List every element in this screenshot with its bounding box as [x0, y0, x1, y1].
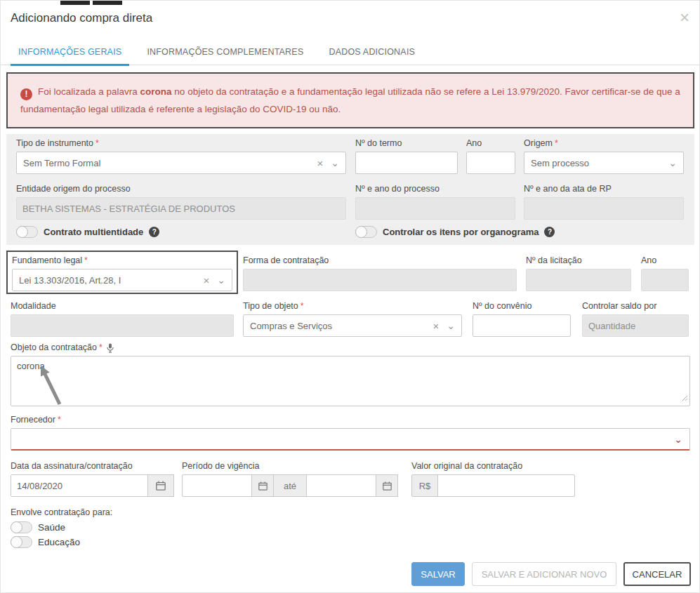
page-title: Adicionando compra direta: [11, 11, 152, 25]
vigencia-fim-input[interactable]: [306, 474, 376, 497]
toggle-knob: [16, 226, 28, 238]
selected-value: Sem processo: [531, 158, 668, 168]
selected-value: Sem Termo Formal: [23, 158, 317, 168]
toggle-knob: [11, 536, 22, 548]
field-label: Modalidade: [11, 301, 56, 312]
controlar-saldo-por-input: [582, 314, 689, 337]
chevron-down-icon[interactable]: ⌄: [331, 158, 339, 168]
saude-toggle[interactable]: [11, 521, 32, 533]
browser-tab-remnant: [60, 1, 90, 5]
field-tipo-instrumento: Tipo de instrumento* Sem Termo Formal × …: [16, 138, 346, 174]
field-label: Fornecedor: [11, 415, 55, 425]
n-licitacao-input: [526, 269, 631, 291]
toggle-label: Educação: [38, 537, 80, 547]
objeto-contratacao-textarea[interactable]: corona: [11, 356, 690, 406]
toggle-knob: [355, 226, 367, 238]
chevron-down-icon[interactable]: ⌄: [447, 321, 455, 331]
toggle-label: Controlar os itens por organograma: [383, 227, 539, 237]
field-origem: Origem* Sem processo ⌄: [524, 138, 684, 174]
field-label: Período de vigência: [182, 461, 260, 472]
calendar-icon: [258, 481, 268, 491]
field-fornecedor: Fornecedor*: [11, 415, 690, 428]
field-label: Origem: [524, 138, 553, 149]
salvar-e-adicionar-novo-button[interactable]: SALVAR E ADICIONAR NOVO: [472, 562, 616, 586]
help-icon[interactable]: ?: [149, 227, 159, 237]
close-icon[interactable]: ×: [680, 9, 689, 26]
vigencia-inicio-input[interactable]: [182, 474, 252, 497]
field-n-licitacao: Nº da licitação: [526, 255, 631, 291]
tab-bar: INFORMAÇÕES GERAIS INFORMAÇÕES COMPLEMEN…: [1, 41, 699, 65]
valor-original-input[interactable]: [437, 474, 575, 497]
educacao-toggle[interactable]: [11, 536, 32, 548]
selected-value: Compras e Serviços: [250, 321, 433, 331]
tipo-objeto-select[interactable]: Compras e Serviços × ⌄: [243, 314, 462, 337]
calendar-icon: [383, 481, 392, 491]
controlar-itens-organograma-row: Controlar os itens por organograma ?: [355, 225, 555, 238]
entidade-origem-input: [16, 197, 346, 220]
field-label: Envolve contratação para:: [11, 507, 112, 518]
controlar-itens-organograma-toggle[interactable]: [355, 226, 377, 238]
clear-icon[interactable]: ×: [433, 321, 440, 331]
data-assinatura-input[interactable]: [11, 474, 148, 497]
ano-termo-input[interactable]: [466, 152, 515, 174]
field-entidade-origem: Entidade origem do processo: [16, 184, 346, 220]
alert-highlight-word: corona: [140, 86, 172, 97]
field-label: Forma de contratação: [243, 255, 329, 266]
saude-row: Saúde: [11, 521, 65, 533]
chevron-down-icon[interactable]: ⌄: [217, 275, 225, 285]
field-ano-licitacao: Ano: [641, 255, 689, 291]
calendar-button[interactable]: [147, 474, 174, 497]
required-marker: *: [99, 342, 103, 353]
clear-icon[interactable]: ×: [317, 158, 324, 168]
field-ano-termo: Ano: [466, 138, 515, 174]
clear-icon[interactable]: ×: [204, 275, 210, 286]
field-controlar-saldo-por: Controlar saldo por: [582, 301, 689, 337]
required-marker: *: [555, 138, 558, 149]
field-label: Objeto da contratação: [11, 342, 97, 353]
field-data-assinatura: Data da assinatura/contratação: [11, 461, 175, 497]
objeto-contratacao-textarea-wrap: corona: [11, 356, 690, 406]
field-n-convenio: Nº do convênio: [473, 301, 571, 337]
modal-adicionando-compra-direta: Adicionando compra direta × INFORMAÇÕES …: [0, 0, 700, 593]
toggle-label: Contrato multientidade: [44, 227, 143, 237]
field-label: Ano: [466, 138, 482, 149]
chevron-down-icon[interactable]: ⌄: [668, 158, 677, 168]
field-periodo-vigencia: Período de vigência até: [182, 461, 404, 497]
tab-informacoes-gerais[interactable]: INFORMAÇÕES GERAIS: [11, 41, 129, 66]
fornecedor-select[interactable]: ⌄: [11, 428, 690, 451]
microphone-icon[interactable]: [107, 343, 114, 353]
n-termo-input[interactable]: [355, 152, 458, 174]
selected-value: Lei 13.303/2016, Art.28, I: [19, 275, 204, 286]
required-marker: *: [95, 138, 99, 149]
field-tipo-objeto: Tipo de objeto* Compras e Serviços × ⌄: [243, 301, 462, 337]
chevron-down-icon[interactable]: ⌄: [674, 434, 682, 444]
tab-dados-adicionais[interactable]: DADOS ADICIONAIS: [321, 41, 423, 65]
calendar-button[interactable]: [251, 474, 274, 497]
field-label: Nº do convênio: [473, 301, 531, 312]
contrato-multientidade-toggle[interactable]: [16, 226, 38, 238]
ano-licitacao-input: [641, 269, 689, 291]
cancelar-button[interactable]: CANCELAR: [623, 562, 691, 586]
field-label: Valor original da contratação: [411, 461, 522, 472]
calendar-button[interactable]: [376, 474, 398, 497]
tab-informacoes-complementares[interactable]: INFORMAÇÕES COMPLEMENTARES: [139, 41, 311, 65]
tipo-instrumento-select[interactable]: Sem Termo Formal × ⌄: [16, 152, 346, 174]
field-label: Nº e ano da ata de RP: [524, 184, 612, 194]
calendar-icon: [156, 481, 166, 491]
n-ano-ata-rp-input: [524, 197, 684, 220]
salvar-button[interactable]: SALVAR: [411, 562, 465, 586]
fundamento-legal-select[interactable]: Lei 13.303/2016, Art.28, I × ⌄: [12, 269, 232, 291]
field-label: Controlar saldo por: [582, 301, 656, 312]
n-ano-processo-input: [355, 197, 515, 220]
origem-select[interactable]: Sem processo ⌄: [524, 152, 684, 174]
required-marker: *: [301, 301, 304, 312]
field-objeto-contratacao: Objeto da contratação *: [11, 342, 690, 356]
field-n-ano-processo: Nº e ano do processo: [355, 184, 515, 220]
toggle-label: Saúde: [38, 522, 65, 533]
currency-prefix: R$: [411, 474, 438, 497]
help-icon[interactable]: ?: [544, 227, 555, 237]
required-marker: *: [58, 415, 61, 425]
field-forma-contratacao: Forma de contratação: [243, 255, 517, 291]
covid-warning-alert: !Foi localizada a palavra corona no obje…: [6, 72, 694, 128]
n-convenio-input[interactable]: [473, 314, 571, 337]
